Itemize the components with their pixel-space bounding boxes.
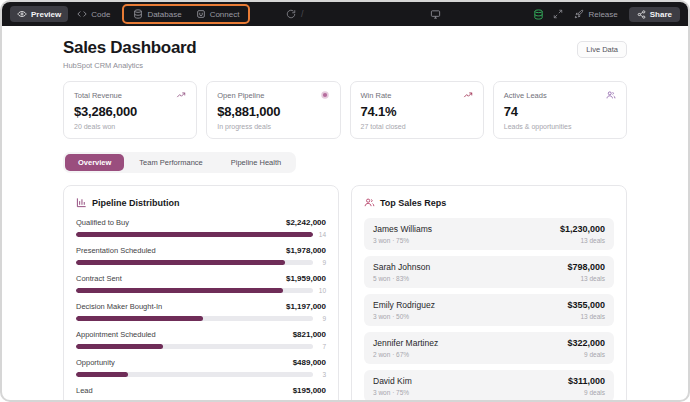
rep-sub: 2 won · 67% bbox=[373, 351, 438, 358]
viewport-toggle-group bbox=[430, 2, 441, 26]
rep-sub: 5 won · 83% bbox=[373, 275, 430, 282]
kpi-row: Total Revenue $3,286,000 20 deals won Op… bbox=[63, 81, 627, 139]
path-separator: / bbox=[301, 9, 304, 19]
stage-count: 14 bbox=[317, 231, 326, 238]
kpi-value: $8,881,000 bbox=[217, 104, 329, 119]
stage-value: $1,959,000 bbox=[286, 274, 326, 283]
rep-value: $1,230,000 bbox=[560, 224, 605, 234]
preview-button[interactable]: Preview bbox=[10, 6, 68, 22]
rep-deals: 13 deals bbox=[560, 237, 605, 244]
pipeline-stage-row: Appointment Scheduled $821,000 7 bbox=[76, 330, 326, 350]
app-window: Preview Code Database bbox=[0, 0, 690, 402]
stage-value: $2,242,000 bbox=[286, 218, 326, 227]
rep-value: $355,000 bbox=[567, 300, 605, 310]
share-icon bbox=[637, 10, 646, 19]
top-toolbar: Preview Code Database bbox=[2, 2, 688, 26]
pipeline-stage-row: Decision Maker Bought-In $1,197,000 9 bbox=[76, 302, 326, 322]
rep-deals: 13 deals bbox=[567, 313, 605, 320]
rep-deals: 9 deals bbox=[567, 351, 605, 358]
stage-count: 7 bbox=[317, 343, 326, 350]
rep-name: Emily Rodriguez bbox=[373, 300, 435, 310]
live-data-badge: Live Data bbox=[577, 41, 627, 58]
share-label: Share bbox=[650, 10, 672, 19]
stage-value: $195,000 bbox=[293, 386, 326, 395]
database-button[interactable]: Database bbox=[126, 6, 188, 22]
bar-chart-icon bbox=[76, 197, 87, 208]
pipeline-distribution-panel: Pipeline Distribution Qualified to Buy $… bbox=[63, 185, 339, 402]
rep-name: Jennifer Martinez bbox=[373, 338, 438, 348]
kpi-card: Open Pipeline $8,881,000 In progress dea… bbox=[206, 81, 340, 139]
kpi-sub: In progress deals bbox=[217, 123, 329, 130]
stage-bar-fill bbox=[76, 232, 313, 237]
refresh-icon[interactable] bbox=[286, 9, 296, 19]
reps-panel-title: Top Sales Reps bbox=[380, 198, 446, 208]
tab[interactable]: Pipeline Health bbox=[218, 154, 294, 171]
users-icon bbox=[606, 90, 616, 100]
code-icon bbox=[77, 9, 87, 19]
kpi-value: 74.1% bbox=[361, 104, 473, 119]
kpi-sub: Leads & opportunities bbox=[504, 123, 616, 130]
code-button[interactable]: Code bbox=[70, 6, 117, 22]
kpi-label: Total Revenue bbox=[74, 91, 122, 100]
rep-sub: 3 won · 75% bbox=[373, 389, 412, 396]
stage-bar-track bbox=[76, 232, 313, 237]
connect-button[interactable]: Connect bbox=[189, 6, 247, 22]
database-status-icon[interactable] bbox=[533, 9, 544, 20]
target-icon bbox=[320, 90, 330, 100]
rep-deals: 9 deals bbox=[568, 389, 605, 396]
share-button[interactable]: Share bbox=[629, 7, 680, 22]
top-sales-reps-panel: Top Sales Reps James Williams 3 won · 75… bbox=[351, 185, 627, 402]
stage-count: 10 bbox=[317, 287, 326, 294]
stage-bar-track bbox=[76, 372, 313, 377]
stage-label: Appointment Scheduled bbox=[76, 330, 156, 339]
sales-rep-row: Emily Rodriguez 3 won · 50% $355,000 13 … bbox=[364, 294, 614, 326]
trending-up-icon bbox=[176, 90, 186, 100]
stage-count: 3 bbox=[317, 371, 326, 378]
preview-label: Preview bbox=[31, 10, 61, 19]
page-header: Sales Dashboard HubSpot CRM Analytics Li… bbox=[63, 38, 627, 70]
pipeline-panel-title: Pipeline Distribution bbox=[92, 198, 180, 208]
sales-rep-row: Sarah Johnson 5 won · 83% $798,000 13 de… bbox=[364, 256, 614, 288]
page-title: Sales Dashboard bbox=[63, 38, 196, 58]
kpi-card: Total Revenue $3,286,000 20 deals won bbox=[63, 81, 197, 139]
annotation-highlight-box: Database Connect bbox=[122, 4, 250, 24]
stage-label: Presentation Scheduled bbox=[76, 246, 156, 255]
stage-bar-track bbox=[76, 288, 313, 293]
rep-deals: 13 deals bbox=[567, 275, 605, 282]
stage-value: $1,978,000 bbox=[286, 246, 326, 255]
kpi-label: Open Pipeline bbox=[217, 91, 264, 100]
stage-bar-track bbox=[76, 260, 313, 265]
tab[interactable]: Team Performance bbox=[126, 154, 215, 171]
monitor-icon[interactable] bbox=[430, 9, 441, 20]
pipeline-stage-row: Opportunity $489,000 3 bbox=[76, 358, 326, 378]
eye-icon bbox=[17, 9, 27, 19]
stage-bar-track bbox=[76, 316, 313, 321]
kpi-label: Active Leads bbox=[504, 91, 547, 100]
kpi-card: Active Leads 74 Leads & opportunities bbox=[493, 81, 627, 139]
dashboard-content: Sales Dashboard HubSpot CRM Analytics Li… bbox=[63, 26, 627, 402]
rep-value: $322,000 bbox=[567, 338, 605, 348]
trending-up-icon bbox=[463, 90, 473, 100]
kpi-sub: 27 total closed bbox=[361, 123, 473, 130]
pipeline-stage-row: Presentation Scheduled $1,978,000 9 bbox=[76, 246, 326, 266]
stage-label: Opportunity bbox=[76, 358, 115, 367]
toolbar-right-group: Release Share bbox=[533, 2, 680, 26]
rep-name: David Kim bbox=[373, 376, 412, 386]
tab[interactable]: Overview bbox=[65, 154, 124, 171]
stage-label: Qualified to Buy bbox=[76, 218, 129, 227]
stage-label: Contract Sent bbox=[76, 274, 122, 283]
page-subtitle: HubSpot CRM Analytics bbox=[63, 61, 196, 70]
expand-icon[interactable] bbox=[553, 9, 563, 19]
database-icon bbox=[133, 9, 143, 19]
rep-sub: 3 won · 75% bbox=[373, 237, 432, 244]
kpi-card: Win Rate 74.1% 27 total closed bbox=[350, 81, 484, 139]
users-icon bbox=[364, 197, 375, 208]
rep-name: James Williams bbox=[373, 224, 432, 234]
stage-value: $821,000 bbox=[293, 330, 326, 339]
stage-count: 9 bbox=[317, 259, 326, 266]
stage-bar-track bbox=[76, 344, 313, 349]
release-button[interactable]: Release bbox=[572, 6, 619, 22]
stage-count: 9 bbox=[317, 315, 326, 322]
pipeline-stage-row: Contract Sent $1,959,000 10 bbox=[76, 274, 326, 294]
stage-label: Lead bbox=[76, 386, 93, 395]
